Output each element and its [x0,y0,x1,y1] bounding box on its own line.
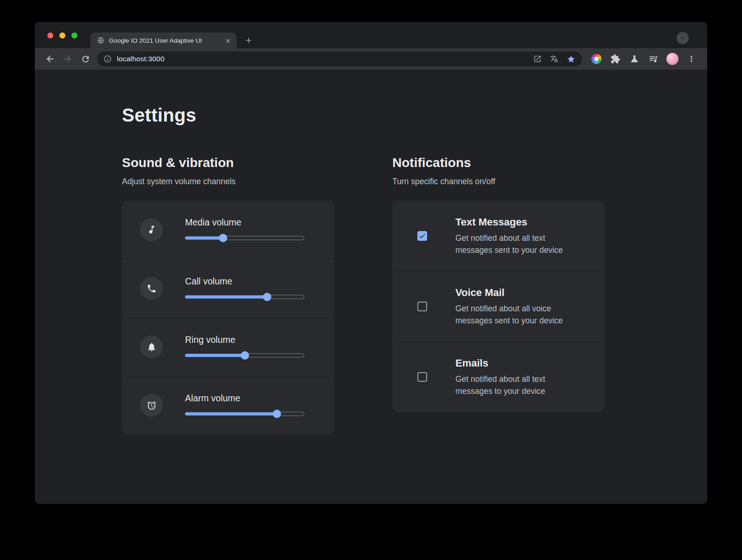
alarm-volume-label: Alarm volume [185,393,334,404]
slider-fill [185,354,245,357]
tab-close-icon[interactable] [224,36,232,45]
translate-icon[interactable] [550,55,558,63]
alarm-clock-icon [140,394,163,417]
page-title: Settings [122,104,707,126]
labs-flask-icon[interactable] [625,50,644,68]
text-messages-title: Text Messages [455,216,578,228]
ring-volume-row: Ring volume [122,317,334,376]
voice-mail-row: Voice Mail Get notified about all voice … [392,271,605,341]
bell-icon [140,335,163,358]
slider-fill [185,237,223,240]
slider-fill [185,295,267,298]
text-messages-description: Get notified about all text messages sen… [455,232,578,256]
zoom-window-button[interactable] [71,32,77,39]
slider-thumb[interactable] [219,234,227,242]
tab-search-button[interactable] [677,32,689,44]
browser-toolbar: localhost:3000 [35,48,707,70]
text-messages-checkbox[interactable] [417,231,427,241]
slider-thumb[interactable] [263,293,271,301]
emails-row: Emails Get notified about all text messa… [392,341,605,412]
notifications-heading: Notifications [392,155,605,171]
alarm-volume-row: Alarm volume [122,376,334,434]
emails-description: Get notified about all text messages to … [455,373,578,397]
media-volume-label: Media volume [185,217,334,228]
music-note-icon [140,219,163,241]
phone-icon [140,277,163,300]
toolbar-extensions [587,50,701,68]
call-volume-slider[interactable] [185,293,304,301]
emails-title: Emails [455,357,578,369]
call-volume-row: Call volume [122,259,334,317]
call-volume-label: Call volume [185,276,334,287]
media-volume-row: Media volume [122,200,334,259]
slider-track [267,295,304,299]
browser-window: Google IO 2021 User Adaptive UI [35,22,707,504]
url-text[interactable]: localhost:3000 [117,55,165,63]
voice-mail-title: Voice Mail [455,286,578,299]
notifications-card: Text Messages Get notified about all tex… [392,200,605,412]
page-content: Settings Sound & vibration Adjust system… [35,70,707,504]
color-wheel-icon[interactable] [587,50,606,68]
bookmark-star-icon[interactable] [567,55,576,64]
playlist-icon[interactable] [644,50,663,68]
slider-fill [185,412,277,415]
window-controls [47,32,77,39]
back-button[interactable] [41,50,59,68]
tab-strip: Google IO 2021 User Adaptive UI [35,22,707,48]
globe-favicon-icon [97,37,104,44]
tab-title: Google IO 2021 User Adaptive UI [109,37,221,44]
profile-avatar[interactable] [663,50,682,68]
minimize-window-button[interactable] [59,32,65,39]
ring-volume-label: Ring volume [185,335,334,345]
page-info-icon[interactable] [103,55,112,63]
extensions-puzzle-icon[interactable] [606,50,625,68]
reload-button[interactable] [77,50,94,68]
slider-thumb[interactable] [241,351,249,360]
alarm-volume-slider[interactable] [185,410,304,418]
sound-card: Media volume Ca [122,200,334,434]
slider-track [245,353,305,357]
ring-volume-slider[interactable] [185,351,304,360]
close-window-button[interactable] [47,32,53,39]
text-messages-row: Text Messages Get notified about all tex… [392,200,605,271]
kebab-menu-icon[interactable] [682,50,701,68]
forward-button[interactable] [59,50,77,68]
sound-heading: Sound & vibration [122,155,334,171]
browser-tab[interactable]: Google IO 2021 User Adaptive UI [90,32,237,48]
notifications-subheading: Turn specific channels on/off [392,176,605,187]
slider-thumb[interactable] [273,410,281,418]
new-tab-button[interactable] [242,33,256,47]
voice-mail-description: Get notified about all voice messages se… [455,303,578,327]
notifications-section: Notifications Turn specific channels on/… [392,155,605,434]
media-volume-slider[interactable] [185,234,304,242]
sound-subheading: Adjust system volume channels [122,176,334,187]
sound-section: Sound & vibration Adjust system volume c… [122,155,334,434]
open-in-new-icon[interactable] [533,55,542,63]
slider-track [223,236,304,240]
voice-mail-checkbox[interactable] [417,302,427,311]
address-bar[interactable]: localhost:3000 [97,51,582,66]
emails-checkbox[interactable] [417,372,427,382]
